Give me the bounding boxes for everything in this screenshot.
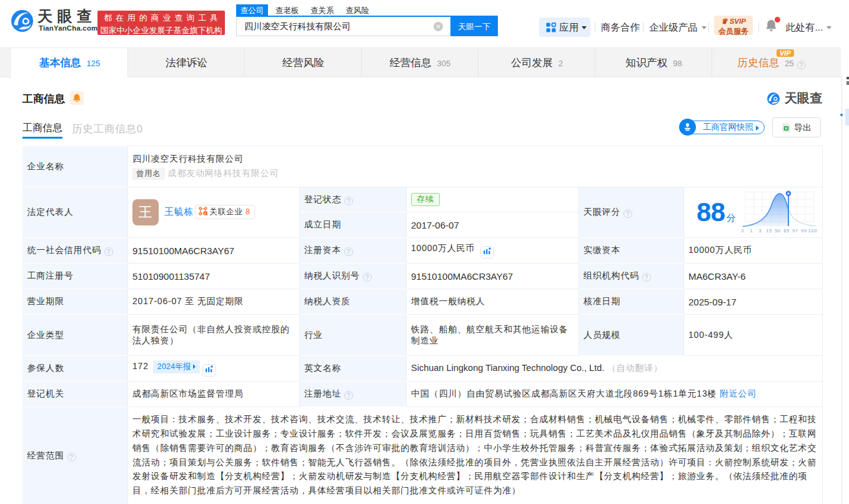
svg-text:企: 企 [204, 212, 207, 215]
svg-text:3: 3 [758, 228, 762, 234]
svg-text:1: 1 [750, 228, 753, 234]
svg-text:0: 0 [742, 228, 744, 234]
svg-text:97: 97 [792, 228, 798, 234]
svg-text:85: 85 [783, 228, 790, 234]
svg-text:50: 50 [775, 228, 781, 234]
svg-text:15: 15 [766, 228, 772, 234]
svg-text:100: 100 [808, 228, 817, 234]
svg-text:99: 99 [801, 228, 807, 234]
